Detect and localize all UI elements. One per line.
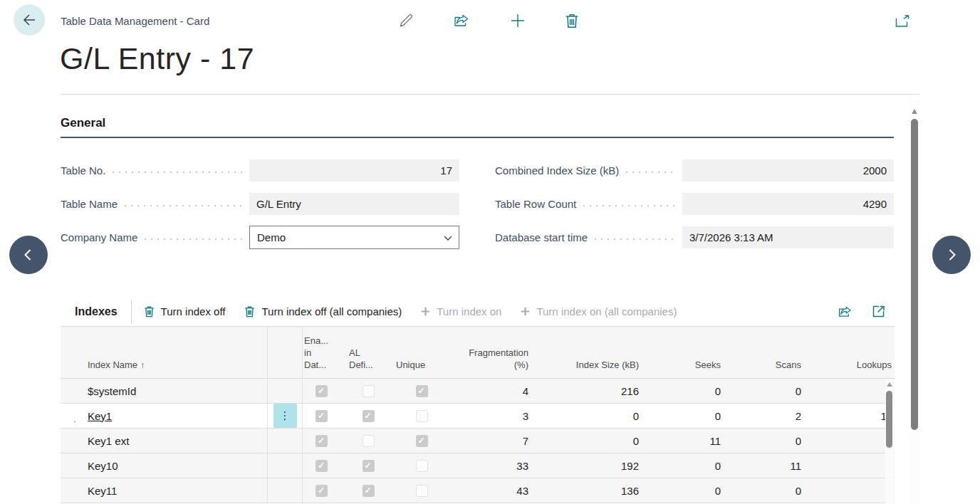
unique-checkbox[interactable] bbox=[416, 485, 428, 497]
column-header-fragmentation[interactable]: Fragmentation(%) bbox=[447, 327, 534, 378]
enabled-in-database-checkbox[interactable] bbox=[316, 385, 328, 397]
table-row-count-label: Table Row Count bbox=[495, 198, 576, 210]
current-row-pointer-icon: → bbox=[67, 414, 78, 422]
index-name-cell[interactable]: → Key1 bbox=[61, 410, 267, 422]
column-header-scans[interactable]: Scans bbox=[726, 327, 807, 378]
enabled-in-database-checkbox[interactable] bbox=[316, 435, 328, 447]
indexes-toolbar: Indexes Turn index off Turn index off (a… bbox=[61, 297, 895, 326]
al-defined-checkbox[interactable] bbox=[363, 460, 375, 472]
unique-checkbox[interactable] bbox=[416, 460, 428, 472]
share-icon[interactable] bbox=[452, 11, 471, 30]
turn-index-on-button[interactable]: Turn index on bbox=[421, 305, 501, 317]
scans-cell: 0 bbox=[726, 485, 807, 497]
unique-checkbox[interactable] bbox=[416, 410, 428, 422]
column-header-index-size[interactable]: Index Size (kB) bbox=[534, 327, 645, 378]
table-row-key1-selected[interactable]: → Key1 ⋮ 3 0 0 2 11 bbox=[61, 404, 895, 429]
turn-index-off-button[interactable]: Turn index off bbox=[144, 305, 226, 317]
unique-checkbox[interactable] bbox=[416, 385, 428, 397]
index-name-link[interactable]: Key1 bbox=[88, 410, 112, 422]
fragmentation-cell: 3 bbox=[447, 410, 534, 422]
table-name-value[interactable]: G/L Entry bbox=[249, 193, 459, 215]
database-start-time-label: Database start time bbox=[495, 231, 588, 243]
table-row-count-value[interactable]: 4290 bbox=[682, 193, 894, 215]
al-defined-checkbox[interactable] bbox=[363, 385, 375, 397]
row-menu-cell bbox=[267, 453, 303, 478]
scrollbar-thumb[interactable] bbox=[911, 119, 918, 430]
column-header-enabled-in-database[interactable]: Ena...inDat... bbox=[303, 327, 340, 378]
next-record-button[interactable] bbox=[932, 236, 971, 274]
seeks-cell: 11 bbox=[645, 435, 726, 447]
page-scrollbar[interactable] bbox=[909, 100, 920, 504]
index-size-cell: 0 bbox=[534, 435, 645, 447]
fragmentation-cell: 33 bbox=[447, 460, 534, 472]
table-row-key1-ext[interactable]: Key1 ext 7 0 11 0 0 bbox=[61, 429, 895, 453]
chevron-left-icon bbox=[19, 246, 38, 264]
turn-index-on-all-label: Turn index on (all companies) bbox=[536, 305, 677, 317]
row-menu-cell bbox=[267, 429, 303, 453]
table-name-label: Table Name bbox=[61, 198, 118, 210]
index-name-cell[interactable]: Key11 bbox=[61, 485, 267, 497]
enabled-in-database-checkbox[interactable] bbox=[316, 485, 328, 497]
scroll-up-arrow-icon[interactable] bbox=[887, 382, 892, 387]
database-start-time-value[interactable]: 3/7/2026 3:13 AM bbox=[682, 226, 894, 248]
enabled-in-database-checkbox[interactable] bbox=[316, 410, 328, 422]
index-name-cell[interactable]: $systemId bbox=[61, 385, 267, 397]
turn-index-off-all-button[interactable]: Turn index off (all companies) bbox=[244, 305, 402, 317]
table-no-label: Table No. bbox=[61, 164, 105, 177]
index-size-cell: 0 bbox=[534, 410, 645, 422]
field-table-name: Table Name G/L Entry bbox=[61, 192, 459, 216]
unique-checkbox[interactable] bbox=[416, 435, 428, 447]
edit-pencil-icon[interactable] bbox=[397, 11, 415, 30]
back-button[interactable] bbox=[14, 4, 45, 36]
field-database-start-time: Database start time 3/7/2026 3:13 AM bbox=[495, 226, 894, 249]
delete-trash-icon[interactable] bbox=[563, 11, 581, 30]
al-defined-checkbox[interactable] bbox=[363, 410, 375, 422]
field-table-no: Table No. 17 bbox=[61, 159, 459, 182]
table-row-systemid[interactable]: $systemId 4 216 0 0 0 bbox=[61, 379, 895, 404]
lookups-cell: 0 bbox=[807, 460, 895, 472]
seeks-cell: 0 bbox=[645, 485, 726, 497]
new-plus-icon[interactable] bbox=[509, 11, 527, 30]
fragmentation-cell: 7 bbox=[447, 435, 534, 447]
scans-cell: 0 bbox=[726, 435, 807, 447]
column-header-unique[interactable]: Unique bbox=[396, 327, 447, 378]
lookups-cell: 11 bbox=[807, 410, 895, 422]
open-in-new-window-icon[interactable] bbox=[893, 12, 912, 31]
table-no-value[interactable]: 17 bbox=[249, 159, 459, 182]
row-menu-cell bbox=[267, 379, 303, 403]
combined-index-size-label: Combined Index Size (kB) bbox=[495, 164, 619, 177]
previous-record-button[interactable] bbox=[9, 236, 48, 274]
fragmentation-cell: 43 bbox=[447, 485, 534, 497]
lookups-cell: 0 bbox=[807, 435, 895, 447]
row-context-menu-button[interactable]: ⋮ bbox=[273, 404, 297, 428]
scroll-up-arrow-icon[interactable] bbox=[912, 109, 917, 114]
focus-mode-icon[interactable] bbox=[872, 305, 885, 317]
seeks-cell: 0 bbox=[645, 410, 726, 422]
turn-index-on-all-button[interactable]: Turn index on (all companies) bbox=[521, 305, 677, 317]
share-icon[interactable] bbox=[838, 305, 853, 318]
index-name-cell[interactable]: Key10 bbox=[61, 460, 267, 472]
index-size-cell: 192 bbox=[534, 460, 645, 472]
table-row-key11[interactable]: Key11 43 136 0 0 0 bbox=[61, 478, 895, 503]
breadcrumb-title: Table Data Management - Card bbox=[61, 15, 209, 27]
column-header-al-defined[interactable]: ALDefi... bbox=[340, 327, 396, 378]
scrollbar-thumb[interactable] bbox=[886, 391, 892, 448]
plus-icon bbox=[521, 307, 530, 316]
table-scrollbar[interactable] bbox=[885, 379, 894, 504]
column-header-seeks[interactable]: Seeks bbox=[645, 327, 726, 378]
general-section-title: General bbox=[61, 116, 105, 130]
table-row-key10[interactable]: Key10 33 192 0 11 0 bbox=[61, 453, 895, 478]
dotted-leader bbox=[626, 172, 677, 173]
enabled-in-database-checkbox[interactable] bbox=[316, 460, 328, 472]
column-header-lookups[interactable]: Lookups bbox=[807, 327, 895, 378]
combined-index-size-value[interactable]: 2000 bbox=[682, 159, 894, 182]
column-header-index-name[interactable]: Index Name ↑ bbox=[61, 327, 267, 378]
index-name-cell[interactable]: Key1 ext bbox=[61, 435, 267, 447]
title-divider bbox=[61, 94, 919, 95]
company-name-value: Demo bbox=[257, 231, 286, 243]
company-name-combobox[interactable]: Demo bbox=[249, 226, 459, 249]
al-defined-checkbox[interactable] bbox=[363, 485, 375, 497]
al-defined-checkbox[interactable] bbox=[363, 435, 375, 447]
table-data-management-card-page: Table Data Management - Card G/L Entry -… bbox=[0, 0, 980, 504]
field-table-row-count: Table Row Count 4290 bbox=[495, 192, 894, 216]
